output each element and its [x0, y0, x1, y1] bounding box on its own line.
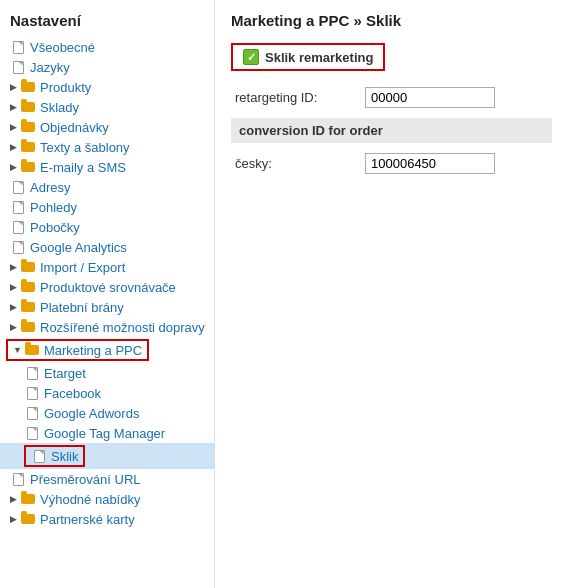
- sidebar-item-pohledy[interactable]: Pohledy: [0, 197, 214, 217]
- expand-arrow: ▶: [10, 282, 17, 292]
- sidebar-item-label: Produktové srovnávače: [40, 280, 176, 295]
- sidebar-item-label: Partnerské karty: [40, 512, 135, 527]
- sidebar-item-sklady[interactable]: ▶Sklady: [0, 97, 214, 117]
- sidebar-item-produkty[interactable]: ▶Produkty: [0, 77, 214, 97]
- folder-icon: [20, 79, 36, 95]
- folder-icon: [20, 491, 36, 507]
- sidebar-item-label: Marketing a PPC: [44, 343, 142, 358]
- sidebar-item-presmerovani[interactable]: Přesměrování URL: [0, 469, 214, 489]
- sidebar-item-marketing[interactable]: ▼Marketing a PPC: [0, 337, 214, 363]
- sidebar-item-rozsirene[interactable]: ▶Rozšířené možnosti dopravy: [0, 317, 214, 337]
- file-icon: [10, 199, 26, 215]
- sidebar-item-label: Rozšířené možnosti dopravy: [40, 320, 205, 335]
- sidebar-item-google-analytics[interactable]: Google Analytics: [0, 237, 214, 257]
- file-icon: [10, 471, 26, 487]
- sidebar-item-label: Jazyky: [30, 60, 70, 75]
- czech-row: česky:: [235, 153, 552, 174]
- remarketing-checkbox[interactable]: ✓: [243, 49, 259, 65]
- sidebar-item-emaily[interactable]: ▶E-maily a SMS: [0, 157, 214, 177]
- sidebar-item-vyhodne[interactable]: ▶Výhodné nabídky: [0, 489, 214, 509]
- sidebar-item-label: Sklady: [40, 100, 79, 115]
- sidebar-item-google-adwords[interactable]: Google Adwords: [0, 403, 214, 423]
- sidebar-item-label: Objednávky: [40, 120, 109, 135]
- page-title: Marketing a PPC » Sklik: [231, 12, 552, 29]
- expand-arrow: ▶: [10, 122, 17, 132]
- file-icon: [10, 179, 26, 195]
- file-icon: [10, 59, 26, 75]
- sidebar-item-label: Všeobecné: [30, 40, 95, 55]
- expand-arrow: ▶: [10, 494, 17, 504]
- folder-icon: [20, 119, 36, 135]
- retargeting-label: retargeting ID:: [235, 90, 365, 105]
- file-icon: [10, 219, 26, 235]
- file-icon: [24, 365, 40, 381]
- sidebar-item-import-export[interactable]: ▶Import / Export: [0, 257, 214, 277]
- sidebar-item-produktove[interactable]: ▶Produktové srovnávače: [0, 277, 214, 297]
- sidebar-item-platebni[interactable]: ▶Platební brány: [0, 297, 214, 317]
- folder-icon: [24, 342, 40, 358]
- sidebar-item-texty[interactable]: ▶Texty a šablony: [0, 137, 214, 157]
- czech-label: česky:: [235, 156, 365, 171]
- sidebar-item-google-tag-manager[interactable]: Google Tag Manager: [0, 423, 214, 443]
- expand-arrow: ▶: [10, 82, 17, 92]
- file-icon: [24, 385, 40, 401]
- folder-icon: [20, 99, 36, 115]
- expand-arrow: ▶: [10, 162, 17, 172]
- sidebar-item-etarget[interactable]: Etarget: [0, 363, 214, 383]
- sidebar-item-label: Pohledy: [30, 200, 77, 215]
- retargeting-row: retargeting ID:: [235, 87, 552, 108]
- file-icon: [24, 425, 40, 441]
- sidebar-item-label: Import / Export: [40, 260, 125, 275]
- sidebar-item-label: Sklik: [51, 449, 78, 464]
- sidebar-item-adresy[interactable]: Adresy: [0, 177, 214, 197]
- sidebar-item-sklik[interactable]: Sklik: [0, 443, 214, 469]
- expand-arrow: ▶: [10, 102, 17, 112]
- expand-arrow: ▶: [10, 262, 17, 272]
- sidebar-item-jazyky[interactable]: Jazyky: [0, 57, 214, 77]
- sidebar-item-label: Etarget: [44, 366, 86, 381]
- sidebar-item-label: Google Adwords: [44, 406, 139, 421]
- file-icon: [31, 448, 47, 464]
- sidebar-item-label: Adresy: [30, 180, 70, 195]
- sidebar-item-label: Facebook: [44, 386, 101, 401]
- sidebar-item-label: Platební brány: [40, 300, 124, 315]
- folder-icon: [20, 139, 36, 155]
- file-icon: [10, 39, 26, 55]
- folder-icon: [20, 259, 36, 275]
- sidebar-title: Nastavení: [0, 8, 214, 37]
- sidebar-item-partnerske[interactable]: ▶Partnerské karty: [0, 509, 214, 529]
- file-icon: [24, 405, 40, 421]
- folder-icon: [20, 279, 36, 295]
- sidebar-item-pobocky[interactable]: Pobočky: [0, 217, 214, 237]
- sidebar-item-label: Pobočky: [30, 220, 80, 235]
- folder-arrow: ▼: [13, 345, 22, 355]
- conversion-heading: conversion ID for order: [231, 118, 552, 143]
- folder-icon: [20, 319, 36, 335]
- sidebar-item-facebook[interactable]: Facebook: [0, 383, 214, 403]
- sidebar-item-label: Produkty: [40, 80, 91, 95]
- remarketing-label: Sklik remarketing: [265, 50, 373, 65]
- sidebar-item-label: Google Tag Manager: [44, 426, 165, 441]
- sidebar-item-label: E-maily a SMS: [40, 160, 126, 175]
- retargeting-input[interactable]: [365, 87, 495, 108]
- sidebar-item-label: Přesměrování URL: [30, 472, 141, 487]
- czech-input[interactable]: [365, 153, 495, 174]
- folder-icon: [20, 159, 36, 175]
- expand-arrow: ▶: [10, 322, 17, 332]
- file-icon: [10, 239, 26, 255]
- expand-arrow: ▶: [10, 514, 17, 524]
- remarketing-checkbox-section[interactable]: ✓ Sklik remarketing: [231, 43, 385, 71]
- main-content: Marketing a PPC » Sklik ✓ Sklik remarket…: [215, 0, 568, 588]
- sidebar-item-label: Výhodné nabídky: [40, 492, 140, 507]
- sidebar-item-objednavky[interactable]: ▶Objednávky: [0, 117, 214, 137]
- folder-icon: [20, 299, 36, 315]
- expand-arrow: ▶: [10, 302, 17, 312]
- sidebar-item-label: Texty a šablony: [40, 140, 130, 155]
- folder-icon: [20, 511, 36, 527]
- sidebar-item-label: Google Analytics: [30, 240, 127, 255]
- sidebar: Nastavení VšeobecnéJazyky▶Produkty▶Sklad…: [0, 0, 215, 588]
- expand-arrow: ▶: [10, 142, 17, 152]
- sidebar-item-vseobecne[interactable]: Všeobecné: [0, 37, 214, 57]
